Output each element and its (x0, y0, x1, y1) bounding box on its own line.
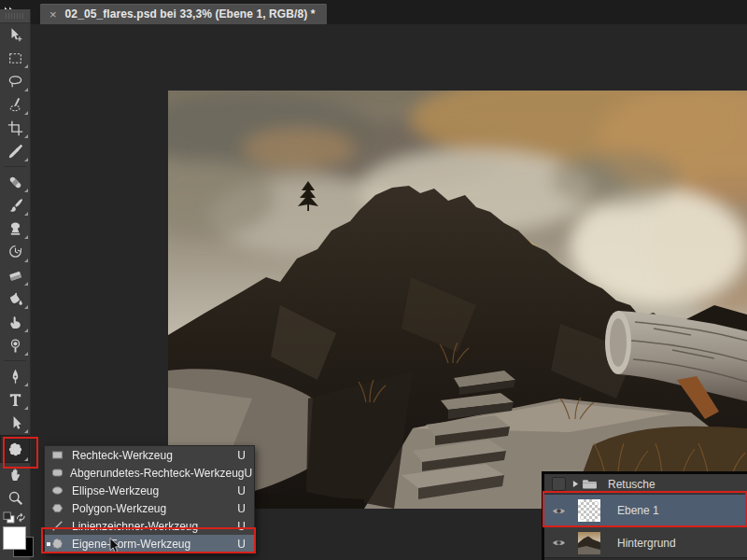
lasso-tool[interactable] (0, 70, 30, 93)
layer-name[interactable]: Retusche (608, 478, 655, 491)
document-title: 02_05_flares.psd bei 33,3% (Ebene 1, RGB… (65, 7, 316, 21)
eyedropper-tool-icon (7, 144, 23, 160)
type-tool-icon (7, 392, 23, 408)
paint-bucket-tool[interactable] (0, 287, 30, 311)
quick-selection-tool-icon (7, 97, 23, 113)
type-tool[interactable] (0, 388, 30, 412)
path-selection-tool-icon (7, 415, 23, 431)
tools-panel-grip[interactable] (0, 9, 30, 23)
spot-healing-brush-tool-icon (7, 175, 23, 190)
color-swatches (0, 525, 30, 558)
tools-list (0, 23, 30, 510)
eyedropper-tool[interactable] (0, 140, 30, 163)
shape-tool-flyout-menu: Rechteck-WerkzeugUAbgerundetes-Rechteck-… (44, 445, 255, 553)
visibility-toggle[interactable] (544, 477, 572, 491)
toolbar-separator (0, 163, 30, 171)
pen-tool-icon (7, 369, 23, 385)
visibility-empty-box (552, 477, 566, 491)
shape-menu-rows: Rechteck-WerkzeugUAbgerundetes-Rechteck-… (45, 446, 254, 553)
move-tool[interactable] (0, 23, 30, 47)
dodge-tool-icon (7, 338, 23, 354)
document-tab[interactable]: × 02_05_flares.psd bei 33,3% (Ebene 1, R… (40, 4, 327, 24)
tools-panel (0, 9, 31, 560)
eraser-tool-icon (7, 268, 23, 284)
layer-thumbnail-checkerboard[interactable] (578, 499, 600, 522)
layer-row-ebene1[interactable]: Ebene 1 (544, 495, 747, 526)
layer-row-hintergrund[interactable]: Hintergrund (544, 526, 747, 558)
move-tool-icon (7, 27, 23, 43)
menu-item-shortcut: U (237, 520, 254, 533)
eraser-tool[interactable] (0, 264, 30, 287)
clone-stamp-tool-icon (7, 221, 23, 237)
line-icon (51, 520, 65, 533)
brush-tool[interactable] (0, 194, 30, 217)
mouse-cursor-icon (109, 538, 120, 554)
menu-item-label: Eigene-Form-Werkzeug (72, 538, 237, 551)
crop-tool[interactable] (0, 117, 30, 140)
smudge-tool[interactable] (0, 311, 30, 334)
dodge-tool[interactable] (0, 334, 30, 357)
menu-item-linienzeichner-werkzeug[interactable]: Linienzeichner-WerkzeugU (45, 517, 254, 535)
rectangular-marquee-tool[interactable] (0, 47, 30, 70)
menu-item-label: Polygon-Werkzeug (72, 502, 237, 515)
clone-stamp-tool[interactable] (0, 217, 30, 241)
rounded-rectangle-icon (51, 467, 63, 480)
top-bar: × 02_05_flares.psd bei 33,3% (Ebene 1, R… (0, 0, 747, 24)
default-colors-icon[interactable] (3, 511, 15, 524)
quick-selection-tool[interactable] (0, 93, 30, 117)
history-brush-tool-icon (7, 245, 23, 260)
photoshop-window: { "window": { "tab": { "close": "×", "ti… (0, 0, 747, 560)
smudge-tool-icon (7, 315, 23, 330)
pen-tool[interactable] (0, 365, 30, 388)
tab-close-icon[interactable]: × (49, 8, 57, 21)
menu-item-rechteck-werkzeug[interactable]: Rechteck-WerkzeugU (45, 446, 254, 464)
polygon-icon (51, 502, 65, 515)
layer-thumbnail-photo[interactable] (578, 532, 600, 554)
lasso-tool-icon (7, 74, 23, 90)
crop-tool-icon (7, 120, 23, 136)
active-tool-indicator (47, 542, 50, 546)
layer-name[interactable]: Ebene 1 (617, 504, 659, 517)
hand-tool[interactable] (0, 463, 30, 486)
menu-item-polygon-werkzeug[interactable]: Polygon-WerkzeugU (45, 499, 254, 517)
menu-item-shortcut: U (237, 538, 254, 551)
toolbar-separator (0, 357, 30, 365)
menu-item-ellipse-werkzeug[interactable]: Ellipse-WerkzeugU (45, 482, 254, 499)
path-selection-tool[interactable] (0, 412, 30, 435)
paint-bucket-tool-icon (7, 291, 23, 307)
visibility-toggle[interactable] (544, 506, 572, 516)
custom-shape-tool-icon (7, 441, 23, 457)
zoom-tool-icon (7, 490, 23, 506)
menu-item-shortcut: U (237, 484, 254, 497)
swap-colors-icon[interactable] (15, 512, 27, 523)
swatch-mini-row (0, 510, 30, 525)
menu-item-eigene-form-werkzeug[interactable]: Eigene-Form-WerkzeugU (45, 535, 254, 553)
menu-item-shortcut: U (237, 449, 254, 462)
landscape-photo (168, 91, 747, 509)
menu-item-label: Linienzeichner-Werkzeug (72, 520, 237, 533)
foreground-color-swatch[interactable] (3, 526, 26, 550)
menu-item-shortcut: U (237, 502, 254, 515)
canvas-image (168, 91, 747, 509)
spot-healing-brush-tool[interactable] (0, 171, 30, 194)
layer-row-retusche[interactable]: Retusche (544, 474, 747, 495)
custom-shape-icon (51, 538, 65, 551)
ellipse-icon (51, 484, 65, 497)
rectangular-marquee-tool-icon (7, 50, 23, 66)
hand-tool-icon (7, 467, 23, 483)
history-brush-tool[interactable] (0, 241, 30, 264)
zoom-tool[interactable] (0, 486, 30, 510)
layers-panel: Retusche Ebene 1 Hintergrund (542, 471, 747, 560)
rectangle-icon (51, 449, 65, 462)
folder-icon (582, 478, 602, 490)
menu-item-label: Ellipse-Werkzeug (72, 484, 237, 497)
visibility-toggle[interactable] (544, 538, 572, 548)
layer-name[interactable]: Hintergrund (617, 537, 676, 550)
menu-item-label: Rechteck-Werkzeug (72, 449, 237, 462)
menu-item-label: Abgerundetes-Rechteck-Werkzeug (70, 467, 245, 480)
menu-item-shortcut: U (245, 467, 261, 480)
custom-shape-tool[interactable] (0, 435, 30, 463)
menu-item-abgerundetes-rechteck-werkzeug[interactable]: Abgerundetes-Rechteck-WerkzeugU (45, 464, 254, 482)
group-expand-triangle-icon[interactable] (572, 480, 582, 488)
brush-tool-icon (7, 198, 23, 214)
